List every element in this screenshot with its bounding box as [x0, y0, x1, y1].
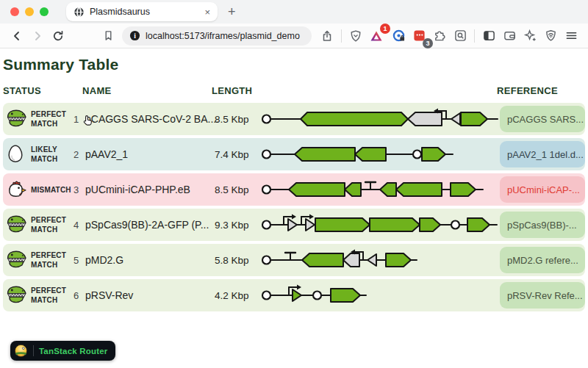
extension-count-badge: 3: [423, 38, 433, 48]
url-text[interactable]: localhost:5173/iframes/plasmid_demo: [146, 31, 300, 41]
maximize-window-button[interactable]: [40, 7, 49, 16]
plasmid-length: 7.4 Kbp: [215, 149, 260, 160]
table-row[interactable]: PERFECT MATCH 6 pRSV-Rev 4.2 Kbp pRSV-Re…: [3, 279, 585, 311]
status-cell: MISMATCH: [6, 179, 74, 200]
status-cell: LIKELY MATCH: [6, 144, 74, 165]
dino-icon: [6, 109, 26, 129]
plasmid-length: 8.5 Kbp: [215, 114, 260, 125]
extension-red-icon[interactable]: 3: [409, 26, 429, 46]
status-label: PERFECT MATCH: [31, 215, 74, 234]
plasmid-length: 5.8 Kbp: [215, 255, 260, 266]
plasmid-name[interactable]: pAAV2_1: [85, 148, 215, 160]
row-number: 3: [74, 184, 85, 195]
plasmid-name[interactable]: pSpCas9(BB)-2A-GFP (P...: [85, 219, 215, 231]
status-label: PERFECT MATCH: [31, 286, 74, 305]
globe-favicon-icon: [74, 7, 85, 18]
badge-divider: [33, 345, 34, 356]
status-label: PERFECT MATCH: [31, 250, 74, 270]
bookmark-button[interactable]: [98, 26, 118, 46]
status-label: MISMATCH: [31, 185, 74, 195]
window-controls: [10, 7, 49, 16]
dino-icon: [6, 214, 26, 235]
plasmid-name[interactable]: pUCmini-iCAP-PHP.eB: [85, 184, 215, 195]
toolbar-divider: [474, 29, 475, 43]
table-row[interactable]: PERFECT MATCH 5 pMD2.G 5.8 Kbp pMD2.G re…: [3, 244, 585, 276]
dino-icon: [6, 250, 26, 270]
pointer-cursor-icon: [82, 115, 94, 126]
plasmid-map[interactable]: [260, 247, 500, 273]
plasmid-length: 9.3 Kbp: [215, 220, 260, 231]
table-row[interactable]: MISMATCH 3 pUCmini-iCAP-PHP.eB 8.5 Kbp p…: [3, 173, 585, 206]
reference-badge[interactable]: pUCmini-iCAP-...: [500, 176, 585, 203]
status-cell: PERFECT MATCH: [6, 285, 74, 306]
plasmid-map[interactable]: [260, 141, 500, 167]
reference-badge[interactable]: pMD2.G refere...: [500, 247, 585, 273]
tab-strip: Plasmidsaurus × +: [0, 0, 588, 24]
site-info-icon[interactable]: i: [129, 30, 140, 41]
extension-triangle-icon[interactable]: 1: [367, 26, 386, 46]
row-number: 6: [74, 290, 85, 301]
summary-table-body: PERFECT MATCH 1 pCAGGS SARS-CoV-2 BA....…: [0, 103, 588, 311]
forward-button[interactable]: [28, 26, 47, 46]
tab-close-icon[interactable]: ×: [203, 7, 212, 18]
tanstack-router-badge[interactable]: TanStack Router: [10, 341, 115, 361]
close-window-button[interactable]: [10, 7, 19, 16]
reload-button[interactable]: [49, 26, 68, 46]
egg-icon: [6, 144, 26, 165]
status-cell: PERFECT MATCH: [6, 109, 74, 129]
column-header-length: LENGTH: [212, 85, 257, 96]
column-header-reference: REFERENCE: [497, 85, 585, 96]
reference-badge[interactable]: pCAGGS SARS...: [500, 106, 585, 132]
url-bar[interactable]: i localhost:5173/iframes/plasmid_demo: [122, 26, 312, 46]
plasmid-map[interactable]: [260, 176, 500, 203]
password-manager-icon[interactable]: [389, 26, 408, 46]
wallet-icon[interactable]: [500, 26, 519, 46]
row-number: 2: [74, 149, 85, 160]
leo-ai-sparkle-icon[interactable]: [520, 26, 539, 46]
toolbar-divider: [341, 29, 342, 43]
plasmid-name[interactable]: pRSV-Rev: [85, 289, 215, 301]
page-search-icon[interactable]: [451, 26, 470, 46]
browser-toolbar: i localhost:5173/iframes/plasmid_demo 1 …: [0, 24, 588, 48]
tanstack-logo-icon: [14, 344, 28, 358]
plasmid-length: 8.5 Kbp: [215, 184, 260, 195]
tab-title: Plasmidsaurus: [90, 7, 203, 17]
reference-badge[interactable]: pAAV2_1 1del.d...: [500, 141, 585, 167]
table-header: STATUS NAME LENGTH REFERENCE: [3, 84, 585, 97]
tanstack-router-label: TanStack Router: [39, 347, 108, 356]
minimize-window-button[interactable]: [25, 7, 34, 16]
share-icon[interactable]: [318, 26, 337, 46]
row-number: 4: [74, 220, 85, 231]
plasmid-map[interactable]: [260, 212, 500, 238]
plasmid-length: 4.2 Kbp: [215, 290, 260, 301]
reference-badge[interactable]: pRSV-Rev Refe...: [500, 282, 585, 309]
brave-shield-icon[interactable]: [346, 26, 365, 46]
browser-tab[interactable]: Plasmidsaurus ×: [66, 2, 218, 21]
menu-hamburger-icon[interactable]: [562, 26, 581, 46]
status-cell: PERFECT MATCH: [6, 250, 74, 270]
reference-badge[interactable]: pSpCas9(BB)-...: [500, 212, 585, 238]
table-row[interactable]: PERFECT MATCH 4 pSpCas9(BB)-2A-GFP (P...…: [3, 209, 585, 241]
vpn-shield-icon[interactable]: [541, 26, 560, 46]
chicken-icon: [6, 179, 26, 200]
status-cell: PERFECT MATCH: [6, 214, 74, 235]
table-row[interactable]: PERFECT MATCH 1 pCAGGS SARS-CoV-2 BA....…: [3, 103, 585, 135]
sidebar-toggle-icon[interactable]: [479, 26, 498, 46]
plasmid-name[interactable]: pMD2.G: [85, 254, 215, 266]
column-header-status: STATUS: [3, 85, 71, 96]
page-title: Summary Table: [0, 48, 588, 73]
column-header-name: NAME: [82, 85, 212, 96]
page-content: Summary Table STATUS NAME LENGTH REFEREN…: [0, 48, 588, 367]
row-number: 5: [74, 255, 85, 266]
plasmid-name[interactable]: pCAGGS SARS-CoV-2 BA....: [85, 113, 215, 125]
plasmid-map[interactable]: [260, 106, 500, 132]
table-row[interactable]: LIKELY MATCH 2 pAAV2_1 7.4 Kbp pAAV2_1 1…: [3, 138, 585, 170]
new-tab-button[interactable]: +: [228, 5, 236, 18]
plasmid-map[interactable]: [260, 282, 500, 309]
extension-badge: 1: [380, 24, 390, 34]
status-label: LIKELY MATCH: [31, 145, 74, 164]
back-button[interactable]: [7, 26, 26, 46]
svg-text:i: i: [134, 32, 136, 40]
status-label: PERFECT MATCH: [31, 109, 74, 129]
dino-icon: [6, 285, 26, 306]
